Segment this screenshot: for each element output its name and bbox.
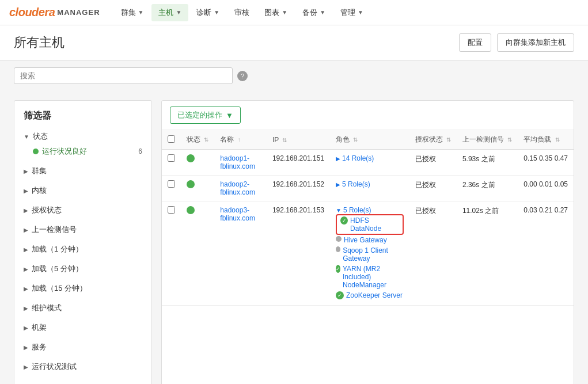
sort-icon: ↑ — [238, 136, 241, 143]
search-input[interactable] — [14, 67, 233, 84]
name-header[interactable]: 名称 ↑ — [214, 130, 267, 150]
role-hive-gateway: Hive Gateway — [336, 235, 404, 245]
yarn-nodemanager-link[interactable]: YARN (MR2 Included) NodeManager — [343, 265, 404, 289]
good-status-icon: ✓ — [336, 291, 344, 299]
filter-section-service: ▶ 服务 — [24, 340, 142, 355]
filter-header-auth[interactable]: ▶ 授权状态 — [24, 203, 142, 218]
sort-icon: ⇅ — [507, 136, 512, 143]
role-zookeeper-server: ✓ ZooKeeper Server — [336, 290, 404, 301]
nav-item-charts[interactable]: 图表 ▼ — [257, 4, 294, 21]
row3-auth-cell: 已授权 — [409, 201, 457, 306]
row3-roles-cell: ▼ 5 Role(s) ✓ HDFS DataNode Hive Gateway — [330, 201, 409, 306]
row2-roles-toggle[interactable]: ▶ 5 Role(s) — [336, 180, 404, 188]
row2-status-cell — [181, 176, 214, 201]
select-all-header — [162, 130, 181, 150]
row3-checkbox-cell — [162, 201, 181, 306]
hdfs-datanode-link[interactable]: HDFS DataNode — [350, 216, 399, 233]
filter-header-rack[interactable]: ▶ 机架 — [24, 320, 142, 335]
filter-header-cluster[interactable]: ▶ 群集 — [24, 164, 142, 178]
chevron-down-icon: ▼ — [176, 9, 181, 16]
nav-menu: 群集 ▼ 主机 ▼ 诊断 ▼ 审核 图表 ▼ 备份 ▼ 管理 ▼ — [114, 4, 370, 21]
filter-header-load15[interactable]: ▶ 加载（15 分钟） — [24, 281, 142, 296]
row2-roles-cell: ▶ 5 Role(s) — [330, 176, 409, 201]
logo: cloudera MANAGER — [9, 6, 100, 19]
ip-header[interactable]: IP ⇅ — [267, 130, 330, 150]
page-title: 所有主机 — [14, 34, 65, 51]
chevron-down-icon: ▼ — [226, 111, 233, 120]
filter-section-cluster: ▶ 群集 — [24, 164, 142, 178]
chevron-right-icon: ▶ — [24, 286, 28, 292]
row1-ip-cell: 192.168.201.151 — [267, 150, 330, 176]
filter-header-health[interactable]: ▶ 运行状况测试 — [24, 359, 142, 374]
zookeeper-server-link[interactable]: ZooKeeper Server — [346, 291, 403, 299]
row1-checkbox-cell — [162, 150, 181, 176]
logo-manager-text: MANAGER — [57, 8, 100, 17]
filter-section-auth: ▶ 授权状态 — [24, 203, 142, 218]
filter-header-signal[interactable]: ▶ 上一检测信号 — [24, 222, 142, 237]
chevron-right-icon: ▶ — [24, 364, 28, 370]
chevron-down-icon: ▼ — [138, 9, 144, 16]
row3-status-cell — [181, 201, 214, 306]
filter-header-kernel[interactable]: ▶ 内核 — [24, 183, 142, 198]
host1-link[interactable]: hadoop1-fblinux.com — [220, 154, 255, 170]
filter-header-load1[interactable]: ▶ 加载（1 分钟） — [24, 242, 142, 257]
filter-section-maintenance: ▶ 维护模式 — [24, 301, 142, 315]
row1-name-cell: hadoop1-fblinux.com — [214, 150, 267, 176]
row2-checkbox[interactable] — [168, 180, 175, 188]
row1-checkbox[interactable] — [168, 154, 175, 162]
chevron-right-icon: ▶ — [24, 305, 28, 311]
nav-item-admin[interactable]: 管理 ▼ — [333, 4, 370, 21]
good-status-icon — [187, 154, 195, 162]
green-status-icon — [33, 149, 39, 154]
chevron-down-icon: ▼ — [214, 9, 219, 16]
operations-button[interactable]: 已选定的操作 ▼ — [170, 107, 241, 124]
chevron-down-icon: ▼ — [358, 9, 363, 16]
filter-header-status[interactable]: ▼ 状态 — [24, 129, 142, 144]
filter-header-service[interactable]: ▶ 服务 — [24, 340, 142, 355]
filter-item-good[interactable]: 运行状况良好 6 — [24, 144, 142, 159]
row3-checkbox[interactable] — [168, 206, 175, 214]
load-header[interactable]: 平均负载 ⇅ — [518, 130, 574, 150]
hive-gateway-link[interactable]: Hive Gateway — [344, 236, 387, 244]
search-bar: ? — [0, 60, 588, 91]
help-icon[interactable]: ? — [237, 71, 248, 81]
config-button[interactable]: 配置 — [459, 33, 491, 52]
row1-roles-toggle[interactable]: ▶ 14 Role(s) — [336, 154, 404, 162]
gray-status-icon — [336, 246, 340, 252]
filter-section-health: ▶ 运行状况测试 — [24, 359, 142, 374]
status-header[interactable]: 状态 ⇅ — [181, 130, 214, 150]
filter-header-maintenance[interactable]: ▶ 维护模式 — [24, 301, 142, 315]
row2-checkbox-cell — [162, 176, 181, 201]
sqoop-gateway-link[interactable]: Sqoop 1 Client Gateway — [343, 246, 403, 263]
good-status-icon — [187, 180, 195, 188]
roles-header[interactable]: 角色 ⇅ — [330, 130, 409, 150]
sort-icon: ⇅ — [353, 136, 358, 143]
sidebar: 筛选器 ▼ 状态 运行状况良好 6 ▶ 群集 ▶ — [14, 100, 152, 384]
signal-header[interactable]: 上一检测信号 ⇅ — [457, 130, 518, 150]
chevron-right-icon: ▶ — [336, 155, 340, 162]
filter-section-load15: ▶ 加载（15 分钟） — [24, 281, 142, 296]
add-to-cluster-button[interactable]: 向群集添加新主机 — [497, 33, 574, 52]
main-content: 筛选器 ▼ 状态 运行状况良好 6 ▶ 群集 ▶ — [0, 91, 588, 384]
header: cloudera MANAGER 群集 ▼ 主机 ▼ 诊断 ▼ 审核 图表 ▼ … — [0, 0, 588, 25]
nav-item-diagnostics[interactable]: 诊断 ▼ — [189, 4, 226, 21]
host2-link[interactable]: hadoop2-fblinux.com — [220, 180, 255, 196]
select-all-checkbox[interactable] — [168, 135, 175, 143]
row1-status-cell — [181, 150, 214, 176]
chevron-down-icon: ▼ — [282, 9, 287, 16]
nav-item-cluster[interactable]: 群集 ▼ — [114, 4, 151, 21]
table-toolbar: 已选定的操作 ▼ — [162, 101, 574, 130]
row1-load-cell: 0.15 0.35 0.47 — [518, 150, 574, 176]
nav-item-backup[interactable]: 备份 ▼ — [295, 4, 332, 21]
host3-link[interactable]: hadoop3-fblinux.com — [220, 206, 255, 222]
filter-header-load5[interactable]: ▶ 加载（5 分钟） — [24, 261, 142, 276]
auth-header[interactable]: 授权状态 ⇅ — [409, 130, 457, 150]
nav-item-hosts[interactable]: 主机 ▼ — [151, 4, 188, 21]
row3-signal-cell: 11.02s 之前 — [457, 201, 518, 306]
sort-icon: ⇅ — [282, 137, 287, 143]
row2-signal-cell: 2.36s 之前 — [457, 176, 518, 201]
row1-roles-cell: ▶ 14 Role(s) — [330, 150, 409, 176]
row1-auth-cell: 已授权 — [409, 150, 457, 176]
row3-roles-toggle[interactable]: ▼ 5 Role(s) — [336, 206, 404, 214]
nav-item-audit[interactable]: 审核 — [227, 4, 256, 21]
